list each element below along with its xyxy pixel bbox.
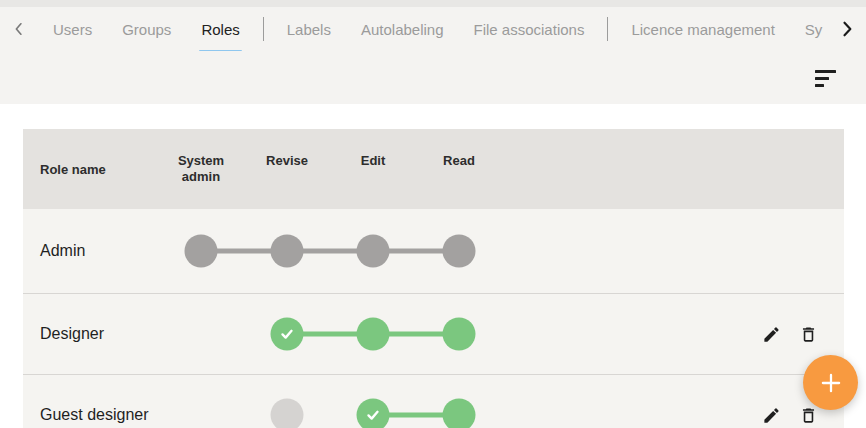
role-name: Designer — [23, 325, 158, 343]
tab-group-divider — [263, 17, 264, 41]
permission-track — [158, 375, 502, 428]
edit-role-button[interactable] — [761, 405, 781, 425]
permission-dot-read[interactable] — [443, 235, 476, 268]
tab-label: Autolabeling — [361, 21, 444, 38]
tab-label: Licence management — [631, 21, 774, 38]
add-role-fab[interactable] — [803, 355, 858, 410]
tabs-row: UsersGroupsRolesLabelsAutolabelingFile a… — [0, 7, 866, 51]
top-navigation-bar: UsersGroupsRolesLabelsAutolabelingFile a… — [0, 0, 866, 104]
tab-group-divider — [607, 17, 608, 41]
tab-users[interactable]: Users — [38, 7, 107, 51]
permission-dot-read[interactable] — [443, 318, 476, 351]
permission-dot-revise-checked[interactable] — [271, 318, 304, 351]
trash-icon — [799, 325, 818, 344]
permission-dot-read[interactable] — [443, 399, 476, 428]
topbar-top-shade — [0, 0, 866, 7]
permission-column-headers: System adminReviseEditRead — [158, 153, 502, 186]
checkmark-icon — [278, 325, 297, 344]
tab-label: Groups — [122, 21, 171, 38]
column-header-edit: Edit — [330, 153, 416, 186]
permission-dot-edit[interactable] — [357, 235, 390, 268]
column-header-system-admin: System admin — [158, 153, 244, 186]
row-actions — [761, 405, 818, 425]
permission-dot-system-admin[interactable] — [185, 235, 218, 268]
pencil-icon — [762, 406, 781, 425]
permission-dot-edit[interactable] — [357, 318, 390, 351]
tab-labels[interactable]: Labels — [272, 7, 346, 51]
column-header-read: Read — [416, 153, 502, 186]
table-body: AdminDesignerGuest designer — [23, 209, 844, 428]
column-header-revise: Revise — [244, 153, 330, 186]
tab-roles[interactable]: Roles — [186, 7, 254, 51]
permission-dot-edit-checked[interactable] — [357, 399, 390, 428]
trash-icon — [799, 406, 818, 425]
tab-file-associations[interactable]: File associations — [459, 7, 600, 51]
tab-label: Users — [53, 21, 92, 38]
tab-sy[interactable]: Sy — [790, 7, 834, 51]
pencil-icon — [762, 325, 781, 344]
delete-role-button[interactable] — [798, 324, 818, 344]
column-header-role-name: Role name — [23, 162, 158, 177]
tabs-container: UsersGroupsRolesLabelsAutolabelingFile a… — [38, 7, 834, 51]
permission-track — [158, 294, 502, 374]
table-header: Role name System adminReviseEditRead — [23, 129, 844, 209]
chevron-left-icon[interactable] — [6, 14, 32, 44]
permission-track — [158, 209, 502, 293]
tab-licence-management[interactable]: Licence management — [616, 7, 789, 51]
table-row-guest-designer: Guest designer — [23, 375, 844, 428]
tab-groups[interactable]: Groups — [107, 7, 186, 51]
role-name: Guest designer — [23, 406, 158, 424]
table-row-admin: Admin — [23, 209, 844, 294]
tab-autolabeling[interactable]: Autolabeling — [346, 7, 459, 51]
tab-label: Labels — [287, 21, 331, 38]
edit-role-button[interactable] — [761, 324, 781, 344]
roles-table: Role name System adminReviseEditRead Adm… — [23, 129, 844, 428]
chevron-right-icon[interactable] — [834, 14, 860, 44]
tab-label: Sy — [805, 21, 823, 38]
tab-label: Roles — [201, 21, 239, 38]
checkmark-icon — [364, 406, 383, 425]
row-actions — [761, 324, 818, 344]
permission-dot-revise[interactable] — [271, 235, 304, 268]
table-row-designer: Designer — [23, 294, 844, 375]
role-name: Admin — [23, 242, 158, 260]
sort-icon[interactable] — [815, 70, 837, 87]
permission-dot-revise-disabled[interactable] — [271, 399, 304, 428]
active-tab-underline — [199, 50, 241, 51]
tab-label: File associations — [474, 21, 585, 38]
delete-role-button[interactable] — [798, 405, 818, 425]
